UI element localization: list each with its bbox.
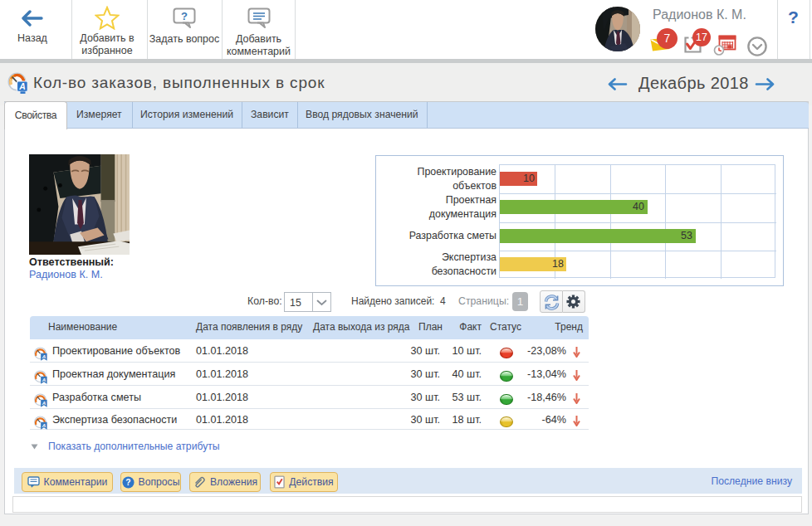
svg-text:?: ?	[181, 10, 188, 22]
svg-text:A: A	[42, 377, 46, 382]
svg-text:A: A	[42, 422, 46, 428]
svg-text:?: ?	[125, 478, 130, 487]
svg-text:A: A	[18, 81, 26, 91]
svg-text:A: A	[42, 400, 46, 406]
svg-text:A: A	[42, 353, 46, 359]
